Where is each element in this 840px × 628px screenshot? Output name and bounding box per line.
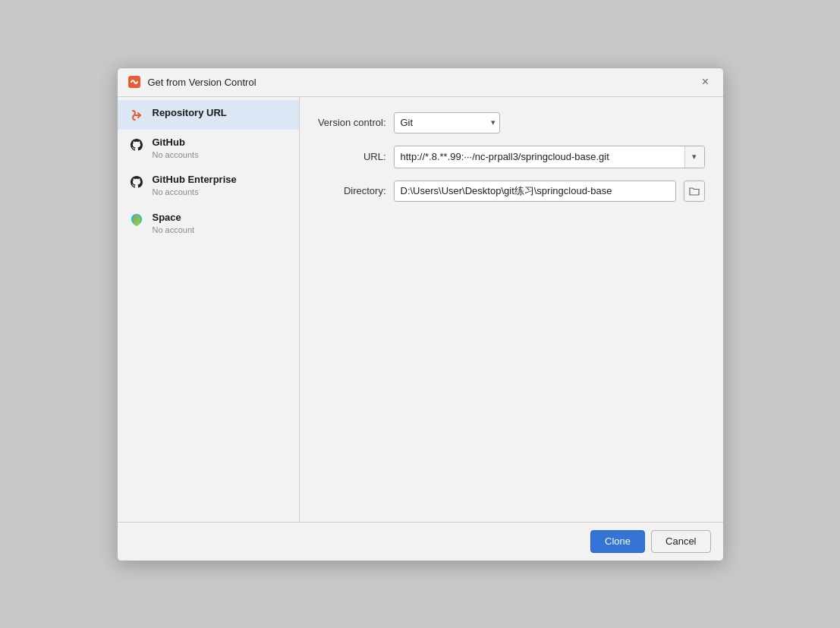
- folder-icon: [689, 186, 700, 196]
- main-panel: Version control: Git Mercurial Subversio…: [300, 97, 723, 522]
- sidebar-repository-url-text: Repository URL: [153, 106, 227, 120]
- url-input[interactable]: [395, 146, 684, 168]
- version-control-label: Version control:: [318, 117, 386, 128]
- get-from-vcs-dialog: Get from Version Control × Repository UR…: [117, 68, 724, 561]
- sidebar-github-enterprise-text: GitHub Enterprise No accounts: [153, 173, 237, 199]
- dialog-title: Get from Version Control: [148, 77, 256, 88]
- cancel-button[interactable]: Cancel: [651, 530, 710, 553]
- version-control-row: Version control: Git Mercurial Subversio…: [318, 112, 705, 133]
- sidebar-github-sub: No accounts: [153, 149, 199, 161]
- sidebar-github-enterprise-label: GitHub Enterprise: [153, 173, 237, 187]
- app-icon: [127, 74, 142, 89]
- url-row: URL: ▾: [318, 146, 705, 168]
- sidebar-item-github-enterprise[interactable]: GitHub Enterprise No accounts: [118, 167, 299, 205]
- sidebar-item-space[interactable]: Space No account: [118, 205, 299, 243]
- url-label: URL:: [318, 151, 386, 162]
- version-control-select[interactable]: Git Mercurial Subversion: [394, 112, 500, 133]
- close-button[interactable]: ×: [697, 74, 714, 90]
- sidebar-github-text: GitHub No accounts: [153, 136, 199, 162]
- sidebar-space-sub: No account: [153, 225, 195, 236]
- sidebar-space-label: Space: [153, 211, 195, 225]
- titlebar-left: Get from Version Control: [127, 74, 256, 89]
- sidebar-github-enterprise-sub: No accounts: [153, 187, 237, 198]
- vcs-icon: [128, 107, 145, 124]
- space-icon: [128, 212, 145, 228]
- sidebar-item-repository-url[interactable]: Repository URL: [118, 100, 299, 130]
- sidebar-item-github[interactable]: GitHub No accounts: [118, 130, 299, 168]
- directory-row: Directory:: [318, 181, 705, 202]
- sidebar-space-text: Space No account: [153, 211, 195, 237]
- url-input-wrap: ▾: [394, 146, 705, 168]
- url-dropdown-button[interactable]: ▾: [684, 146, 704, 168]
- dialog-titlebar: Get from Version Control ×: [118, 68, 723, 97]
- github-icon: [128, 137, 145, 153]
- directory-input[interactable]: [394, 181, 676, 202]
- github-enterprise-icon: [128, 174, 145, 190]
- sidebar: Repository URL GitHub No accounts: [118, 97, 300, 522]
- sidebar-github-label: GitHub: [153, 136, 199, 149]
- version-control-wrap: Git Mercurial Subversion: [394, 112, 705, 133]
- dialog-footer: Clone Cancel: [118, 522, 723, 560]
- dialog-body: Repository URL GitHub No accounts: [118, 97, 723, 522]
- browse-button[interactable]: [684, 181, 705, 202]
- clone-button[interactable]: Clone: [590, 530, 645, 553]
- sidebar-repository-url-label: Repository URL: [153, 106, 227, 120]
- version-control-select-wrap: Git Mercurial Subversion: [394, 112, 500, 133]
- directory-label: Directory:: [318, 185, 386, 196]
